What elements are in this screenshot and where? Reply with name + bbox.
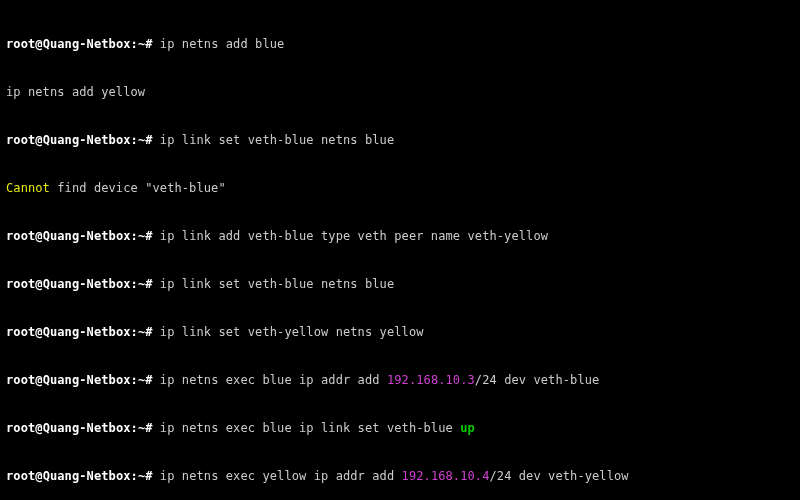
ip-address: 192.168.10.4 xyxy=(402,469,490,483)
command-text: ip netns exec yellow ip addr add 192.168… xyxy=(160,469,629,483)
command-text: ip link add veth-blue type veth peer nam… xyxy=(160,229,548,243)
shell-line: root@Quang-Netbox:~# ip netns exec blue … xyxy=(6,420,794,436)
prompt: root@Quang-Netbox:~# xyxy=(6,469,153,483)
command-text: ip netns exec blue ip link set veth-blue… xyxy=(160,421,475,435)
error-text: Cannot find device "veth-blue" xyxy=(6,180,794,196)
prompt: root@Quang-Netbox:~# xyxy=(6,421,153,435)
shell-line: root@Quang-Netbox:~# ip netns exec blue … xyxy=(6,372,794,388)
command-text: ip link set veth-yellow netns yellow xyxy=(160,325,424,339)
command-text: ip netns add blue xyxy=(160,37,285,51)
ip-address: 192.168.10.3 xyxy=(387,373,475,387)
command-text: ip link set veth-blue netns blue xyxy=(160,133,394,147)
prompt: root@Quang-Netbox:~# xyxy=(6,325,153,339)
prompt: root@Quang-Netbox:~# xyxy=(6,37,153,51)
shell-line: root@Quang-Netbox:~# ip link set veth-bl… xyxy=(6,132,794,148)
state-up: up xyxy=(460,421,475,435)
shell-line: root@Quang-Netbox:~# ip link add veth-bl… xyxy=(6,228,794,244)
prompt: root@Quang-Netbox:~# xyxy=(6,133,153,147)
prompt: root@Quang-Netbox:~# xyxy=(6,373,153,387)
terminal-output: root@Quang-Netbox:~# ip netns add blue i… xyxy=(0,0,800,500)
prompt: root@Quang-Netbox:~# xyxy=(6,229,153,243)
shell-line: root@Quang-Netbox:~# ip link set veth-bl… xyxy=(6,276,794,292)
command-text: ip netns add yellow xyxy=(6,84,794,100)
shell-line: root@Quang-Netbox:~# ip netns exec yello… xyxy=(6,468,794,484)
shell-line: root@Quang-Netbox:~# ip netns add blue xyxy=(6,36,794,52)
prompt: root@Quang-Netbox:~# xyxy=(6,277,153,291)
command-text: ip link set veth-blue netns blue xyxy=(160,277,394,291)
command-text: ip netns exec blue ip addr add 192.168.1… xyxy=(160,373,600,387)
shell-line: root@Quang-Netbox:~# ip link set veth-ye… xyxy=(6,324,794,340)
